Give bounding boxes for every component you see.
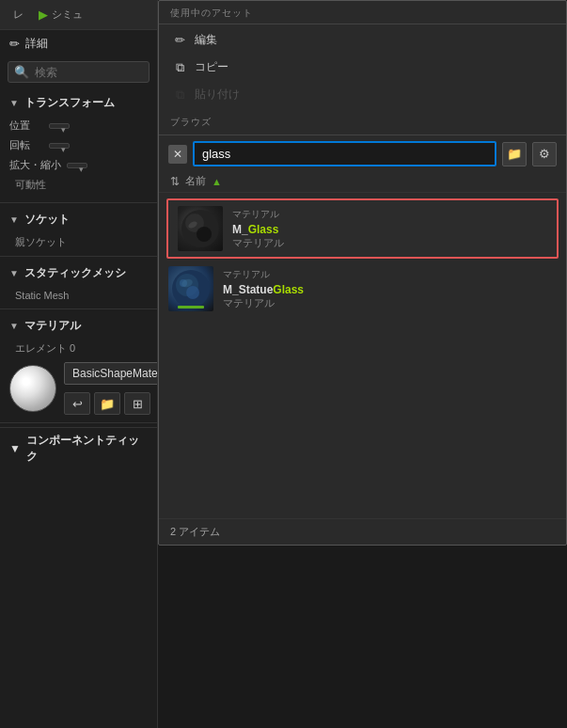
result-thumb-1 — [178, 206, 223, 251]
results-list: マテリアル M_Glass マテリアル マテリアル — [159, 193, 566, 518]
result-type-2: マテリアル — [223, 268, 557, 281]
scale-dropdown[interactable] — [67, 163, 87, 168]
material-title[interactable]: ▼ マテリアル — [0, 313, 157, 339]
paste-label: 貼り付け — [195, 87, 240, 103]
result-name-prefix-1: M_ — [232, 223, 248, 236]
rotation-label: 回転 — [9, 138, 43, 152]
divider-1 — [159, 24, 566, 24]
material-grid-icon[interactable]: ⊞ — [124, 392, 150, 415]
material-back-icon[interactable]: ↩ — [64, 392, 90, 415]
material-name-dropdown[interactable]: BasicShapeMaterial — [64, 362, 158, 385]
status-bar: 2 アイテム — [159, 518, 566, 545]
menu-edit[interactable]: ✏ 編集 — [159, 26, 566, 54]
mobility-label: 可動性 — [15, 178, 46, 192]
search-input[interactable] — [35, 66, 143, 79]
pencil-menu-icon: ✏ — [172, 33, 187, 47]
result-name-1: M_Glass — [232, 223, 547, 236]
browse-label: ブラウズ — [159, 108, 566, 133]
divider-2 — [159, 135, 566, 135]
search-bar: 🔍 — [8, 61, 150, 83]
result-name-highlight-1: Glass — [248, 223, 279, 236]
parent-socket-row: 親ソケット — [0, 232, 157, 252]
tab-bar: レ ▶ シミュ — [0, 0, 157, 30]
rotation-row: 回転 — [0, 135, 157, 155]
result-info-1: マテリアル M_Glass マテリアル — [232, 208, 547, 250]
settings-icon-btn[interactable]: ⚙ — [532, 142, 557, 166]
material-name-text: BasicShapeMaterial — [72, 367, 158, 380]
static-mesh-label: スタティックメッシ — [24, 265, 126, 281]
scale-row: 拡大・縮小 — [0, 155, 157, 175]
component-section[interactable]: ▼ コンポーネントティック — [0, 427, 157, 469]
result-subtype-1: マテリアル — [232, 236, 547, 250]
sort-row: ⇅ 名前 ▲ — [159, 170, 566, 193]
result-item-1[interactable]: マテリアル M_Glass マテリアル — [166, 198, 559, 259]
pencil-icon: ✏ — [9, 37, 20, 51]
material-folder-icon[interactable]: 📁 — [94, 392, 120, 415]
tab-simulate-label: シミュ — [52, 8, 83, 22]
result-item-2[interactable]: マテリアル M_StatueGlass マテリアル — [159, 261, 566, 317]
transform-title[interactable]: ▼ トランスフォーム — [0, 90, 157, 116]
result-name-2: M_StatueGlass — [223, 283, 557, 296]
result-subtype-2: マテリアル — [223, 296, 557, 310]
dropdown-overlay: 使用中のアセット ✏ 編集 ⧉ コピー ⧉ 貼り付け ブラウズ ✕ 📁 ⚙ ⇅ … — [158, 0, 567, 546]
play-icon: ▶ — [39, 8, 48, 22]
component-arrow: ▼ — [9, 442, 21, 455]
copy-label: コピー — [195, 59, 228, 75]
tab-retarget-label: レ — [13, 8, 24, 22]
overlay-search-input[interactable] — [193, 141, 496, 166]
edit-label: 編集 — [195, 32, 217, 48]
position-label: 位置 — [9, 119, 43, 133]
material-sphere-preview — [9, 365, 56, 412]
result-name-prefix-2: M_Statue — [223, 283, 273, 296]
transform-label: トランスフォーム — [24, 95, 115, 111]
scale-label: 拡大・縮小 — [9, 158, 61, 172]
socket-title[interactable]: ▼ ソケット — [0, 207, 157, 232]
sort-label[interactable]: 名前 — [185, 174, 206, 188]
detail-header: ✏ 詳細 — [0, 30, 157, 57]
position-row: 位置 — [0, 116, 157, 135]
menu-paste: ⧉ 貼り付け — [159, 81, 566, 108]
static-mesh-value: Static Mesh — [0, 286, 157, 305]
detail-title: 詳細 — [25, 36, 48, 52]
tab-simulate[interactable]: ▶ シミュ — [31, 4, 90, 25]
menu-copy[interactable]: ⧉ コピー — [159, 54, 566, 81]
item-count: 2 アイテム — [170, 526, 220, 537]
paste-menu-icon: ⧉ — [172, 87, 187, 103]
used-assets-label: 使用中のアセット — [159, 1, 566, 22]
rotation-dropdown[interactable] — [49, 143, 70, 149]
copy-menu-icon: ⧉ — [172, 60, 187, 75]
position-dropdown[interactable] — [49, 123, 70, 129]
tab-retarget[interactable]: レ — [6, 4, 31, 25]
mobility-row: 可動性 — [0, 175, 157, 195]
parent-socket-label: 親ソケット — [15, 235, 67, 249]
material-bottom-icons: ↩ 📁 ⊞ ↩ — [64, 392, 158, 415]
transform-section: ▼ トランスフォーム 位置 回転 拡大・縮小 可動性 — [0, 87, 157, 198]
transform-arrow: ▼ — [9, 98, 19, 108]
sort-arrow: ▲ — [212, 176, 222, 187]
socket-label: ソケット — [24, 212, 70, 228]
left-panel: レ ▶ シミュ ✏ 詳細 🔍 ▼ トランスフォーム 位置 回転 拡大・縮小 — [0, 0, 158, 728]
sort-icon: ⇅ — [170, 175, 180, 188]
overlay-search-row: ✕ 📁 ⚙ — [159, 137, 566, 170]
folder-icon-btn[interactable]: 📁 — [502, 142, 527, 166]
element-label: エレメント 0 — [0, 339, 157, 358]
result-info-2: マテリアル M_StatueGlass マテリアル — [223, 268, 557, 310]
result-name-highlight-2: Glass — [273, 283, 304, 296]
static-mesh-arrow: ▼ — [9, 268, 19, 278]
static-mesh-title[interactable]: ▼ スタティックメッシ — [0, 261, 157, 286]
material-arrow: ▼ — [9, 321, 19, 331]
svg-rect-9 — [178, 306, 204, 309]
svg-point-6 — [186, 286, 199, 299]
clear-search-button[interactable]: ✕ — [168, 145, 187, 164]
component-title: コンポーネントティック — [26, 433, 148, 465]
result-type-1: マテリアル — [232, 208, 547, 221]
material-label: マテリアル — [24, 318, 81, 334]
result-thumb-2 — [168, 266, 213, 311]
svg-point-2 — [197, 227, 212, 242]
socket-arrow: ▼ — [9, 214, 19, 225]
search-icon: 🔍 — [14, 65, 29, 79]
